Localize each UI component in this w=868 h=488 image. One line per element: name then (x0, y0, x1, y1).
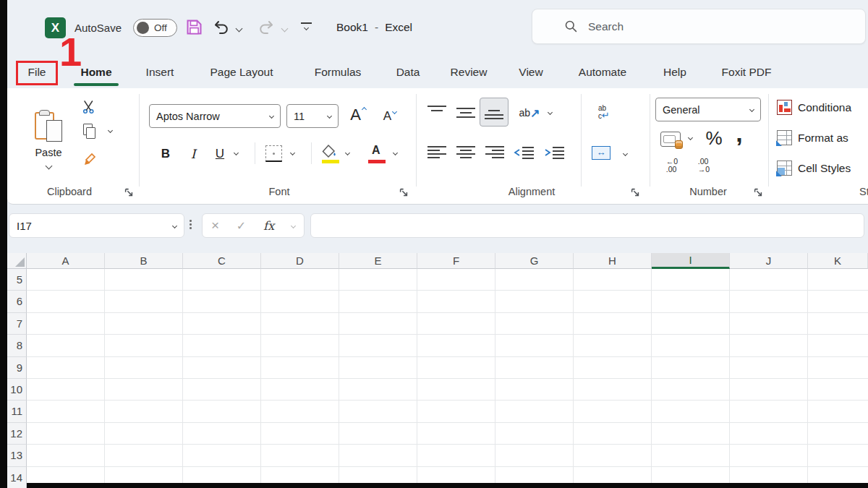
bold-button[interactable]: B (156, 142, 175, 166)
tab-automate[interactable]: Automate (568, 59, 637, 87)
format-as-table-button[interactable]: Format as (777, 130, 848, 145)
undo-icon (213, 20, 229, 35)
tab-review[interactable]: Review (443, 59, 494, 87)
undo-dropdown-chevron-icon[interactable] (236, 25, 243, 33)
decrease-font-size-button[interactable]: A (378, 106, 402, 127)
number-dialog-launcher-icon[interactable] (754, 187, 763, 197)
name-box[interactable]: I17 (9, 213, 184, 238)
top-align-button[interactable] (427, 104, 447, 120)
orientation-arrow-icon: ↗ (530, 106, 540, 120)
row-header-11[interactable]: 11 (7, 401, 27, 422)
save-icon (184, 17, 204, 37)
fill-color-button[interactable] (321, 143, 340, 163)
wrap-text-button[interactable]: abc↵ (590, 98, 618, 126)
column-header-F[interactable]: F (417, 253, 495, 269)
paste-button[interactable]: Paste (26, 98, 71, 179)
save-button[interactable] (184, 17, 204, 40)
bottom-align-button-selected[interactable] (480, 98, 509, 127)
clipboard-dialog-launcher-icon[interactable] (124, 187, 134, 197)
decrease-decimal-button[interactable]: .00 →0 (692, 156, 716, 175)
formula-bar-drag-handle[interactable] (190, 220, 192, 229)
cell-styles-button[interactable]: Cell Styles (777, 160, 851, 176)
column-header-I[interactable]: I (652, 253, 730, 269)
copy-button[interactable] (80, 121, 98, 140)
column-header-C[interactable]: C (183, 253, 261, 269)
font-color-chevron-icon[interactable] (393, 150, 398, 155)
search-bar[interactable] (532, 9, 866, 44)
column-header-B[interactable]: B (105, 253, 183, 269)
row-header-5[interactable]: 5 (7, 269, 27, 291)
redo-dropdown-chevron-icon[interactable] (281, 25, 289, 33)
font-name-combo[interactable]: Aptos Narrow (149, 104, 281, 128)
cells-area[interactable] (27, 269, 868, 483)
tab-help[interactable]: Help (658, 59, 692, 87)
alignment-dialog-launcher-icon[interactable] (631, 187, 640, 197)
borders-dropdown-chevron-icon[interactable] (290, 150, 295, 155)
copy-dropdown-chevron-icon[interactable] (108, 128, 113, 133)
align-right-button[interactable] (485, 145, 505, 160)
row-header-13[interactable]: 13 (7, 445, 27, 466)
merge-center-chevron-icon[interactable] (623, 151, 628, 156)
cancel-icon[interactable]: × (211, 218, 219, 234)
column-header-E[interactable]: E (339, 253, 417, 269)
tab-view[interactable]: View (514, 59, 548, 87)
tab-formulas[interactable]: Formulas (306, 59, 370, 87)
letterbox-left (0, 0, 7, 488)
cut-button[interactable] (80, 98, 98, 116)
font-size-combo[interactable]: 11 (286, 104, 339, 128)
column-header-H[interactable]: H (574, 253, 652, 269)
row-header-10[interactable]: 10 (7, 379, 27, 401)
underline-button[interactable]: U (211, 142, 229, 166)
column-header-G[interactable]: G (495, 253, 574, 269)
row-header-12[interactable]: 12 (7, 423, 27, 445)
search-input[interactable] (588, 20, 820, 33)
autosave-toggle[interactable]: Off (133, 19, 177, 37)
top-align-icon (427, 104, 447, 120)
borders-button[interactable] (265, 145, 282, 162)
orientation-chevron-icon[interactable] (548, 110, 553, 115)
italic-button[interactable]: I (185, 142, 201, 166)
row-header-14[interactable]: 14 (7, 467, 27, 488)
row-header-7[interactable]: 7 (7, 313, 27, 335)
decrease-indent-button[interactable] (514, 145, 535, 160)
column-header-D[interactable]: D (261, 253, 339, 269)
percent-style-button[interactable]: % (702, 126, 726, 150)
column-header-A[interactable]: A (27, 253, 105, 269)
tab-page-layout[interactable]: Page Layout (201, 59, 282, 87)
font-color-button[interactable]: A (367, 143, 386, 163)
column-header-K[interactable]: K (808, 253, 868, 269)
conditional-formatting-button[interactable]: Conditiona (777, 100, 851, 115)
align-left-button[interactable] (427, 145, 447, 160)
fx-chevron-icon[interactable] (291, 223, 296, 228)
format-painter-button[interactable] (79, 149, 99, 168)
formula-input[interactable] (310, 213, 864, 238)
column-header-J[interactable]: J (730, 253, 808, 269)
tab-foxit-pdf[interactable]: Foxit PDF (713, 59, 780, 87)
customize-toolbar-icon[interactable] (301, 22, 312, 31)
comma-style-button[interactable]: , (731, 119, 748, 147)
accounting-chevron-icon[interactable] (688, 135, 693, 140)
merge-center-button[interactable]: ↔ (592, 146, 610, 160)
center-button[interactable] (456, 145, 476, 160)
insert-function-icon[interactable]: fx (263, 219, 274, 233)
increase-indent-button[interactable] (544, 145, 566, 160)
underline-dropdown-chevron-icon[interactable] (234, 150, 239, 155)
increase-font-size-button[interactable]: A (344, 103, 372, 127)
row-header-9[interactable]: 9 (7, 357, 27, 379)
redo-button[interactable] (258, 20, 274, 38)
increase-decimal-button[interactable]: ←0 .00 (660, 156, 684, 175)
undo-button[interactable] (213, 20, 229, 38)
font-dialog-launcher-icon[interactable] (399, 187, 409, 197)
accounting-format-button[interactable] (660, 130, 681, 147)
tab-insert[interactable]: Insert (140, 59, 180, 87)
select-all-corner[interactable] (7, 253, 27, 269)
row-header-6[interactable]: 6 (7, 291, 27, 312)
row-header-8[interactable]: 8 (7, 335, 27, 356)
middle-align-button[interactable] (456, 104, 476, 120)
search-icon (564, 20, 578, 33)
orientation-button[interactable]: ab ↗ (516, 103, 542, 123)
enter-icon[interactable]: ✓ (237, 219, 246, 233)
fill-color-chevron-icon[interactable] (345, 150, 350, 155)
borders-icon (265, 145, 282, 162)
tab-data[interactable]: Data (390, 59, 426, 87)
